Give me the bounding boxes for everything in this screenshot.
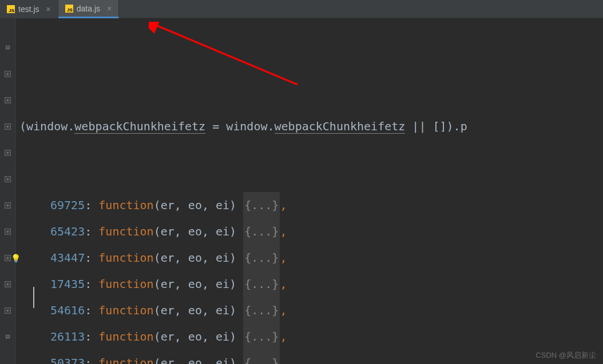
tab-label: data.js [77,4,100,13]
gutter-row: + [0,192,15,218]
code-params: (er, eo, ei) [154,271,244,297]
fold-collapse-icon[interactable]: + [5,229,11,235]
gutter-row: +💡 [0,245,15,271]
gutter-row: ⊟ [0,323,15,350]
code-collapsed-body[interactable]: {...} [243,245,280,271]
gutter-row: + [0,218,15,245]
code-punct: , [280,245,287,271]
code-number: 26113 [50,323,85,350]
code-punct: , [280,323,287,350]
code-keyword: function [98,218,153,245]
tab-bar: JS test.js × JS data.js × [0,0,603,18]
fold-collapse-icon[interactable]: + [5,71,11,77]
gutter-row: + [0,61,15,87]
gutter-row: ⊟ [0,34,15,61]
code-params: (er, eo, ei) [154,323,244,350]
fold-collapse-icon[interactable]: + [5,176,11,182]
code-punct: : [85,245,98,271]
gutter: ⊟ ++++++++💡++⊟ [0,18,16,364]
code-number: 69725 [50,192,85,218]
gutter-row: + [0,87,15,113]
code-line: (window.webpackChunkheifetz = window.web… [16,113,603,139]
code-line: 54616: function(er, eo, ei) {...}, [16,297,603,323]
gutter-row: + [0,271,15,297]
code-number: 43447 [50,245,85,271]
code-params: (er, eo, ei) [154,192,244,218]
code-punct: , [280,297,287,323]
code-line: 43447: function(er, eo, ei) {...}, [16,245,603,271]
code-keyword: function [98,323,153,350]
code-keyword: function [98,192,153,218]
fold-collapse-icon[interactable]: + [5,202,11,209]
code-collapsed-body[interactable]: {...} [243,271,280,297]
code-punct: : [85,271,98,297]
code-collapsed-body[interactable]: {...} [243,218,280,245]
js-file-icon: JS [65,5,73,13]
code-line: 26113: function(er, eo, ei) {...}, [16,323,603,350]
tab-data-js[interactable]: JS data.js × [58,0,119,18]
code-keyword: function [98,297,153,323]
code-params: (er, eo, ei) [154,297,244,323]
code-line: 50373: function(er, eo, ei) {...}, [16,350,603,364]
code-number: 54616 [50,297,85,323]
code-number: 65423 [50,218,85,245]
js-file-icon: JS [7,5,15,13]
code-line: 69725: function(er, eo, ei) {...}, [16,192,603,218]
code-text: || []).p [405,119,467,133]
code-number: 50373 [50,350,85,364]
code-punct: : [85,192,98,218]
tab-test-js[interactable]: JS test.js × [0,0,58,18]
gutter-row: + [0,113,15,139]
code-punct: , [280,218,287,245]
fold-collapse-icon[interactable]: + [5,307,11,314]
code-params: (er, eo, ei) [154,350,244,364]
code-keyword: function [98,271,153,297]
code-text: = window. [205,119,274,133]
editor-area: ⊟ ++++++++💡++⊟ (window.webpackChunkheife… [0,18,603,364]
code-keyword: function [98,245,153,271]
tab-label: test.js [18,5,39,14]
code-line: 65423: function(er, eo, ei) {...}, [16,218,603,245]
code-identifier: webpackChunkheifetz [275,119,406,134]
code-params: (er, eo, ei) [154,245,244,271]
code-line: 17435: function(er, eo, ei) {...}, [16,271,603,297]
code-punct: : [85,350,98,364]
code-number: 17435 [50,271,85,297]
code-punct: , [280,350,287,364]
gutter-row: + [0,139,15,166]
fold-collapse-icon[interactable]: + [5,123,11,130]
fold-collapse-icon[interactable]: + [5,97,11,103]
code-punct: , [280,271,287,297]
code-punct: , [280,192,287,218]
fold-expand-icon[interactable]: ⊟ [5,334,11,340]
code-punct: : [85,297,98,323]
code-collapsed-body[interactable]: {...} [243,192,280,218]
fold-collapse-icon[interactable]: + [5,150,11,156]
gutter-row: + [0,166,15,192]
code-collapsed-body[interactable]: {...} [243,350,280,364]
code-area[interactable]: (window.webpackChunkheifetz = window.web… [16,18,603,364]
code-punct: : [85,323,98,350]
watermark: CSDN @风启新尘 [535,350,596,361]
fold-expand-icon[interactable]: ⊟ [5,45,11,51]
code-collapsed-body[interactable]: {...} [243,323,280,350]
fold-collapse-icon[interactable]: + [5,281,11,287]
code-punct: : [85,218,98,245]
fold-collapse-icon[interactable]: + [5,255,11,261]
code-params: (er, eo, ei) [154,218,244,245]
close-icon[interactable]: × [46,5,51,14]
code-keyword: function [98,350,153,364]
close-icon[interactable]: × [107,4,112,13]
text-cursor [33,287,34,308]
code-collapsed-body[interactable]: {...} [243,297,280,323]
gutter-row: + [0,297,15,323]
code-identifier: webpackChunkheifetz [74,119,205,134]
code-text: (window. [19,119,74,133]
